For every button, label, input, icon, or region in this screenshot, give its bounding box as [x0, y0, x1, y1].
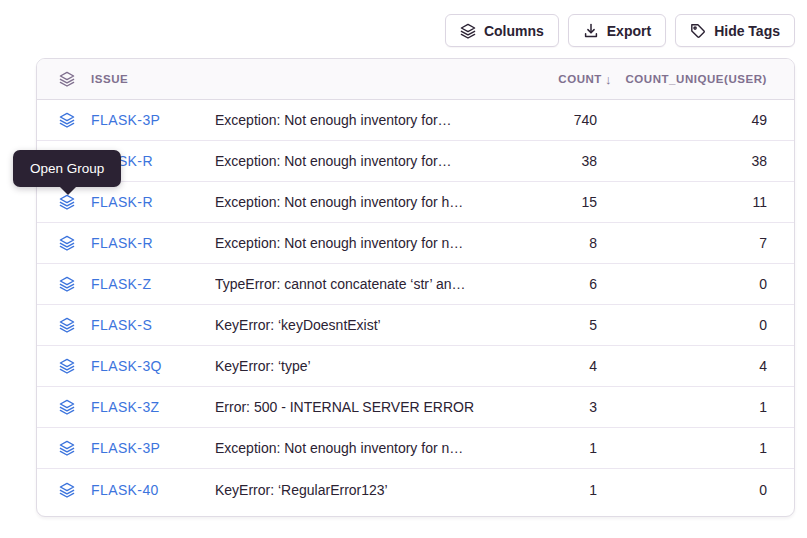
issue-link[interactable]: FLASK-40: [91, 482, 199, 498]
issue-link[interactable]: FLASK-R: [91, 194, 199, 210]
table-row: FLASK-3P Exception: Not enough inventory…: [37, 428, 794, 469]
table-row: FLASK-R Exception: Not enough inventory …: [37, 182, 794, 223]
issue-link[interactable]: FLASK-3Q: [91, 358, 199, 374]
table-header-row: ISSUE COUNT ↓ COUNT_UNIQUE(USER): [37, 59, 794, 100]
columns-button[interactable]: Columns: [445, 14, 559, 47]
table-row: FLASK-R Exception: Not enough inventory …: [37, 223, 794, 264]
issue-link[interactable]: FLASK-3P: [91, 112, 199, 128]
issue-message: KeyError: ‘keyDoesntExist’: [215, 317, 501, 333]
table-row: FLASK-Z TypeError: cannot concatenate ‘s…: [37, 264, 794, 305]
tag-icon: [690, 23, 706, 39]
count-value: 1: [517, 482, 597, 498]
issue-message: Exception: Not enough inventory for n…: [215, 235, 501, 251]
sort-desc-icon: ↓: [605, 72, 612, 87]
count-unique-value: 49: [613, 112, 767, 128]
row-icon-cell: [59, 440, 75, 456]
export-button[interactable]: Export: [568, 14, 666, 47]
open-group-stack-icon[interactable]: [59, 399, 75, 415]
table-row: FLASK-3Q KeyError: ‘type’ 4 4: [37, 346, 794, 387]
table-row: FLASK-3P Exception: Not enough inventory…: [37, 100, 794, 141]
issue-message: KeyError: ‘type’: [215, 358, 501, 374]
count-unique-value: 38: [613, 153, 767, 169]
columns-button-label: Columns: [484, 23, 544, 39]
export-button-label: Export: [607, 23, 651, 39]
open-group-stack-icon[interactable]: [59, 276, 75, 292]
issue-link[interactable]: FLASK-Z: [91, 276, 199, 292]
count-unique-value: 0: [613, 317, 767, 333]
stack-icon: [59, 71, 75, 87]
issue-message: Exception: Not enough inventory for…: [215, 112, 501, 128]
issue-message: KeyError: ‘RegularError123’: [215, 482, 501, 498]
count-value: 1: [517, 440, 597, 456]
hide-tags-button[interactable]: Hide Tags: [675, 14, 795, 47]
issue-message: TypeError: cannot concatenate ‘str’ an…: [215, 276, 501, 292]
stack-icon: [460, 23, 476, 39]
count-unique-value: 4: [613, 358, 767, 374]
count-unique-value: 11: [613, 194, 767, 210]
open-group-stack-icon[interactable]: [59, 440, 75, 456]
count-value: 8: [517, 235, 597, 251]
issue-message: Exception: Not enough inventory for h…: [215, 194, 501, 210]
count-value: 4: [517, 358, 597, 374]
count-unique-value: 1: [613, 440, 767, 456]
count-unique-value: 1: [613, 399, 767, 415]
count-unique-value: 7: [613, 235, 767, 251]
open-group-stack-icon[interactable]: [59, 194, 75, 210]
open-group-stack-icon[interactable]: [59, 358, 75, 374]
row-icon-cell: [59, 276, 75, 292]
table-toolbar: Columns Export Hide Tags: [445, 14, 795, 47]
open-group-stack-icon[interactable]: [59, 482, 75, 498]
table-row: FLASK-3Z Error: 500 - INTERNAL SERVER ER…: [37, 387, 794, 428]
issue-message: Error: 500 - INTERNAL SERVER ERROR: [215, 399, 501, 415]
hide-tags-button-label: Hide Tags: [714, 23, 780, 39]
header-icon-cell: [59, 71, 75, 87]
discover-results-page: Columns Export Hide Tags: [0, 0, 807, 538]
row-icon-cell: [59, 317, 75, 333]
row-icon-cell: [59, 358, 75, 374]
column-header-issue[interactable]: ISSUE: [91, 73, 199, 85]
count-value: 38: [517, 153, 597, 169]
column-header-count[interactable]: COUNT ↓: [517, 72, 597, 87]
count-value: 15: [517, 194, 597, 210]
column-header-count-unique[interactable]: COUNT_UNIQUE(USER): [613, 73, 767, 85]
tooltip-label: Open Group: [30, 161, 104, 176]
open-group-stack-icon[interactable]: [59, 317, 75, 333]
issue-message: Exception: Not enough inventory for n…: [215, 440, 501, 456]
open-group-tooltip: Open Group: [13, 150, 121, 187]
count-value: 740: [517, 112, 597, 128]
row-icon-cell: [59, 399, 75, 415]
table-row: FLASK-S KeyError: ‘keyDoesntExist’ 5 0: [37, 305, 794, 346]
download-icon: [583, 23, 599, 39]
count-unique-value: 0: [613, 276, 767, 292]
count-unique-value: 0: [613, 482, 767, 498]
issue-link[interactable]: FLASK-3P: [91, 440, 199, 456]
issue-link[interactable]: FLASK-S: [91, 317, 199, 333]
table-row: FLASK-40 KeyError: ‘RegularError123’ 1 0: [37, 469, 794, 510]
row-icon-cell: [59, 235, 75, 251]
row-icon-cell: [59, 194, 75, 210]
row-icon-cell: [59, 482, 75, 498]
table-row: FLASK-R Exception: Not enough inventory …: [37, 141, 794, 182]
row-icon-cell: [59, 112, 75, 128]
issue-message: Exception: Not enough inventory for…: [215, 153, 501, 169]
count-value: 5: [517, 317, 597, 333]
count-value: 6: [517, 276, 597, 292]
issue-link[interactable]: FLASK-3Z: [91, 399, 199, 415]
open-group-stack-icon[interactable]: [59, 235, 75, 251]
results-table: ISSUE COUNT ↓ COUNT_UNIQUE(USER) FLASK-3…: [36, 58, 795, 517]
table-body: FLASK-3P Exception: Not enough inventory…: [37, 100, 794, 516]
open-group-stack-icon[interactable]: [59, 112, 75, 128]
count-value: 3: [517, 399, 597, 415]
issue-link[interactable]: FLASK-R: [91, 235, 199, 251]
